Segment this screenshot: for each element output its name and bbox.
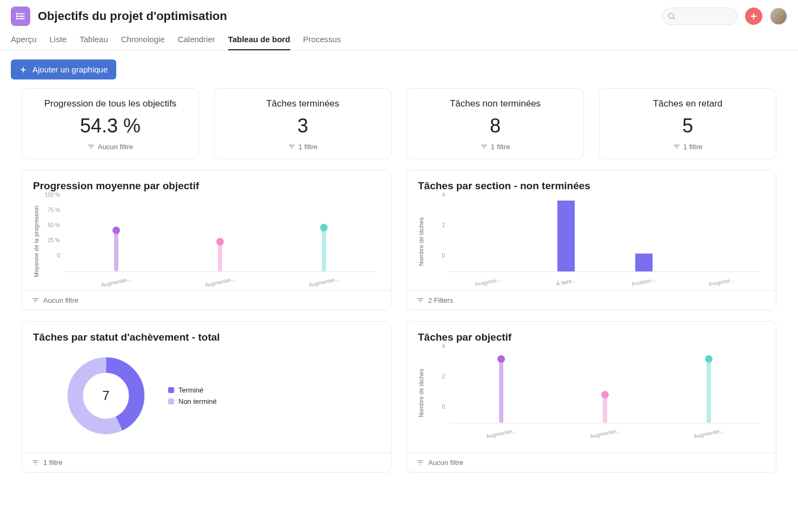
chart-stick [603,395,607,423]
filter-icon [288,143,295,150]
kpi-title: Tâches terminées [224,98,381,109]
plus-icon [19,66,27,74]
chart-stick [322,228,326,271]
chart-title: Tâches par statut d'achèvement - total [33,331,380,343]
tab-tableau-de-bord[interactable]: Tableau de bord [228,31,290,50]
x-tick: Progress... [475,276,502,288]
kpi-value: 3 [224,115,381,137]
filter-label[interactable]: Aucun filtre [43,296,78,304]
filter-icon [417,459,424,466]
svg-point-4 [17,16,18,17]
add-chart-button[interactable]: Ajouter un graphique [11,59,116,79]
kpi-title: Progression de tous les objectifs [32,98,189,109]
kpi-card[interactable]: Tâches non terminées81 filtre [407,88,584,159]
tab-calendrier[interactable]: Calendrier [178,31,215,50]
kpi-card[interactable]: Progression de tous les objectifs54.3 %A… [22,88,199,159]
kpi-filter-label[interactable]: 1 filtre [683,143,702,151]
legend-item-done: Terminé [168,386,217,394]
search-box[interactable] [662,8,737,25]
y-tick: 100 % [45,192,60,198]
filter-icon [481,143,488,150]
filter-label[interactable]: 1 filtre [43,458,62,467]
kpi-card[interactable]: Tâches terminées31 filtre [214,88,391,159]
legend: Terminé Non terminé [168,383,217,409]
chart-dot [112,227,120,234]
y-tick: 0 [57,252,60,258]
y-axis-label: Moyenne de la progression [33,198,39,285]
chart-tasks-by-section[interactable]: Tâches par section - non terminées Nombr… [407,170,776,310]
y-axis-label: Nombre de tâches [418,198,424,285]
chart-title: Tâches par objectif [418,331,765,343]
x-tick: Augmenter... [204,276,236,288]
y-tick: 2 [442,374,445,380]
chart-dot [216,238,224,245]
filter-icon [417,297,424,304]
kpi-filter-label[interactable]: Aucun filtre [98,143,133,151]
x-tick: Problèm... [631,276,657,287]
donut-chart: 7 [65,355,147,436]
y-tick: 0 [442,404,445,410]
kpi-value: 5 [609,115,766,137]
avatar[interactable] [770,8,787,25]
kpi-value: 8 [417,115,574,137]
project-icon [11,6,30,26]
y-tick: 50 % [48,222,60,228]
y-tick: 4 [442,192,445,198]
filter-icon [32,459,39,466]
legend-item-undone: Non terminé [168,397,217,405]
filter-icon [673,143,680,150]
kpi-filter-label[interactable]: 1 filtre [491,143,510,151]
x-tick: Augmenter... [101,276,132,288]
chart-bar [557,201,575,271]
chart-bar [635,254,653,271]
kpi-title: Tâches en retard [609,98,766,109]
filter-label[interactable]: Aucun filtre [428,458,463,467]
tab-liste[interactable]: Liste [50,31,67,50]
kpi-value: 54.3 % [32,115,189,137]
global-add-button[interactable] [745,8,762,25]
svg-line-7 [673,18,675,19]
chart-stick [114,230,118,271]
plus-icon [749,12,758,21]
y-tick: 4 [442,343,445,349]
donut-center-value: 7 [65,355,147,436]
chart-dot [497,355,505,363]
chart-stick [218,242,222,271]
filter-icon [32,297,39,304]
y-tick: 0 [442,252,445,258]
chart-dot [705,355,713,363]
chart-title: Tâches par section - non terminées [418,180,765,192]
y-tick: 25 % [48,237,60,243]
svg-point-5 [17,18,18,19]
y-tick: 75 % [48,207,60,213]
kpi-card[interactable]: Tâches en retard51 filtre [599,88,776,159]
x-tick: Augmenter... [486,427,517,440]
y-tick: 2 [442,222,445,228]
tab-chronologie[interactable]: Chronologie [121,31,165,50]
chart-title: Progression moyenne par objectif [33,180,380,192]
chart-tasks-by-goal[interactable]: Tâches par objectif Nombre de tâches024A… [407,321,776,473]
add-chart-label: Ajouter un graphique [32,65,108,74]
tab-aperçu[interactable]: Aperçu [11,31,37,50]
svg-point-6 [669,14,674,18]
chart-stick [499,359,503,423]
x-tick: Augmenter... [589,427,621,440]
chart-stick [707,359,711,423]
chart-progress-by-goal[interactable]: Progression moyenne par objectif Moyenne… [22,170,391,310]
kpi-filter-label[interactable]: 1 filtre [298,143,317,151]
chart-dot [601,391,609,398]
x-tick: Progress... [708,276,735,288]
tab-tableau[interactable]: Tableau [79,31,108,50]
page-title: Objectifs du projet d'optimisation [38,9,227,23]
x-tick: À faire... [556,277,577,287]
chart-dot [320,224,328,231]
chart-tasks-by-status[interactable]: Tâches par statut d'achèvement - total 7… [22,321,391,473]
svg-point-3 [17,14,18,15]
tab-processus[interactable]: Processus [303,31,341,50]
filter-icon [88,143,95,150]
x-tick: Augmenter... [693,427,724,440]
filter-label[interactable]: 2 Filters [428,296,453,304]
x-tick: Augmenter... [308,276,340,288]
kpi-title: Tâches non terminées [417,98,574,109]
y-axis-label: Nombre de tâches [418,350,424,436]
